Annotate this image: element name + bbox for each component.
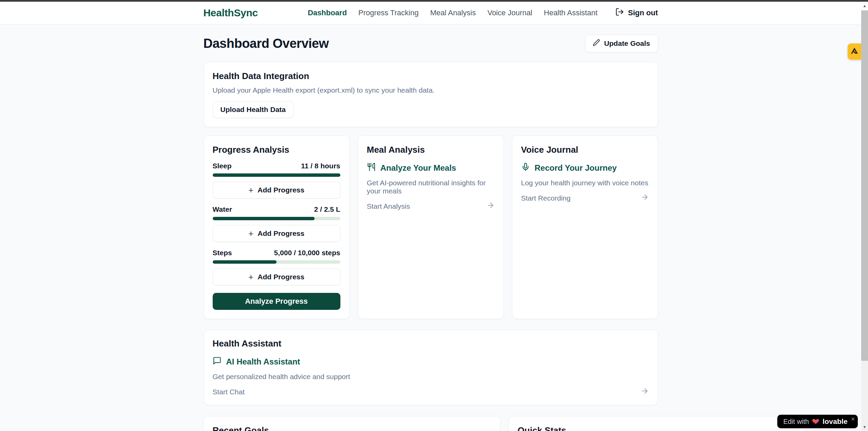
water-add-progress-button[interactable]: + Add Progress xyxy=(213,225,340,242)
record-your-journey-link[interactable]: Record Your Journey xyxy=(521,163,649,173)
close-icon[interactable]: ✕ xyxy=(851,416,855,422)
arrow-right-icon xyxy=(486,201,495,211)
quick-stats-card: Quick Stats Select Date Today Yesterday … xyxy=(509,416,805,431)
edit-with-lovable-badge[interactable]: Edit with lovable ✕ xyxy=(777,415,858,428)
meal-description: Get AI-powered nutritional insights for … xyxy=(367,179,495,195)
plus-icon: + xyxy=(248,187,253,193)
steps-progress-bar xyxy=(213,260,340,264)
sleep-value: 11 / 8 hours xyxy=(301,162,340,170)
sleep-metric: Sleep 11 / 8 hours + Add Progress xyxy=(213,162,340,199)
nav-progress-tracking[interactable]: Progress Tracking xyxy=(358,8,419,17)
heart-icon xyxy=(812,418,819,425)
plus-icon: + xyxy=(248,230,253,237)
quick-stats-title: Quick Stats xyxy=(518,425,796,431)
plus-icon: + xyxy=(248,274,253,280)
meal-analysis-title: Meal Analysis xyxy=(367,145,495,155)
nav-health-assistant[interactable]: Health Assistant xyxy=(544,8,598,17)
sign-out-label: Sign out xyxy=(628,8,658,17)
steps-label: Steps xyxy=(213,249,232,257)
steps-add-progress-button[interactable]: + Add Progress xyxy=(213,268,340,285)
sign-out-icon xyxy=(615,7,624,18)
scrollbar-thumb[interactable] xyxy=(861,11,868,361)
meal-analysis-card: Meal Analysis Analyze Your Meals Get AI-… xyxy=(358,135,504,319)
steps-metric: Steps 5,000 / 10,000 steps + Add Progres… xyxy=(213,249,340,285)
sign-out-button[interactable]: Sign out xyxy=(615,7,658,18)
health-assistant-title: Health Assistant xyxy=(213,338,649,349)
sleep-label: Sleep xyxy=(213,162,232,170)
scroll-up-arrow[interactable]: ▲ xyxy=(861,2,868,10)
voice-journal-card: Voice Journal Record Your Journey Log yo… xyxy=(512,135,658,319)
analyze-your-meals-link[interactable]: Analyze Your Meals xyxy=(367,163,495,173)
arrow-right-icon xyxy=(641,193,649,203)
main-nav: Dashboard Progress Tracking Meal Analysi… xyxy=(308,7,658,18)
recent-goals-card: Recent Goals Select Date Today Yesterday… xyxy=(203,416,500,431)
water-label: Water xyxy=(213,205,232,213)
health-data-description: Upload your Apple Health export (export.… xyxy=(213,86,649,94)
page-title: Dashboard Overview xyxy=(203,36,329,51)
microphone-icon xyxy=(521,163,530,173)
nav-dashboard[interactable]: Dashboard xyxy=(308,8,347,17)
lovable-label: lovable xyxy=(822,417,848,426)
scroll-down-arrow[interactable]: ▼ xyxy=(861,423,868,431)
analyze-progress-button[interactable]: Analyze Progress xyxy=(213,293,340,310)
edit-with-label: Edit with xyxy=(783,418,809,426)
brand-logo[interactable]: HealthSync xyxy=(203,7,258,19)
water-metric: Water 2 / 2.5 L + Add Progress xyxy=(213,205,340,242)
arrow-right-icon xyxy=(641,387,649,397)
assistant-description: Get personalized health advice and suppo… xyxy=(213,373,649,381)
progress-analysis-title: Progress Analysis xyxy=(213,145,340,155)
vertical-scrollbar[interactable]: ▲ ▼ xyxy=(861,2,868,431)
chat-bubble-icon xyxy=(213,356,222,367)
app-header: HealthSync Dashboard Progress Tracking M… xyxy=(0,2,861,24)
voice-journal-title: Voice Journal xyxy=(521,145,649,155)
health-assistant-card: Health Assistant AI Health Assistant Get… xyxy=(203,330,658,405)
health-data-title: Health Data Integration xyxy=(213,71,649,81)
progress-analysis-card: Progress Analysis Sleep 11 / 8 hours + A… xyxy=(203,135,350,319)
recent-goals-title: Recent Goals xyxy=(213,425,491,431)
water-progress-bar xyxy=(213,217,340,220)
voice-description: Log your health journey with voice notes xyxy=(521,179,649,187)
steps-value: 5,000 / 10,000 steps xyxy=(274,249,340,257)
utensils-icon xyxy=(367,163,376,173)
main-content: Dashboard Overview Update Goals Health D… xyxy=(203,35,658,431)
start-chat-link[interactable]: Start Chat xyxy=(213,387,649,397)
start-recording-link[interactable]: Start Recording xyxy=(521,193,649,203)
nav-voice-journal[interactable]: Voice Journal xyxy=(488,8,532,17)
sleep-add-progress-button[interactable]: + Add Progress xyxy=(213,182,340,199)
health-data-integration-card: Health Data Integration Upload your Appl… xyxy=(203,62,658,127)
nav-meal-analysis[interactable]: Meal Analysis xyxy=(430,8,476,17)
water-value: 2 / 2.5 L xyxy=(314,205,340,213)
ai-health-assistant-link[interactable]: AI Health Assistant xyxy=(213,356,649,367)
update-goals-button[interactable]: Update Goals xyxy=(585,35,658,52)
extension-icon xyxy=(850,47,858,56)
pencil-icon xyxy=(593,39,600,48)
upload-health-data-button[interactable]: Upload Health Data xyxy=(213,101,294,118)
sleep-progress-bar xyxy=(213,173,340,177)
browser-extension-button[interactable] xyxy=(848,43,861,60)
start-analysis-link[interactable]: Start Analysis xyxy=(367,201,495,211)
